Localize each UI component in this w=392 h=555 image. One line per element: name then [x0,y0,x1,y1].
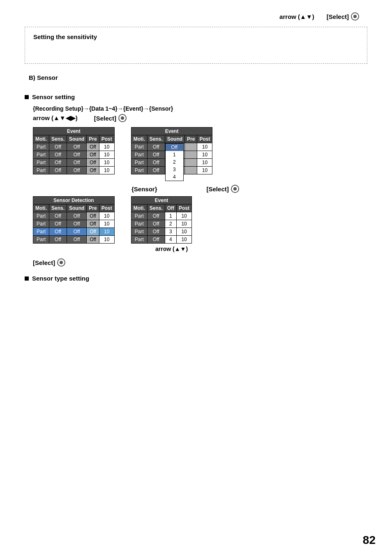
tables-section-2: Sensor Detection Moti. Sens. Sound Pre P… [33,196,367,254]
select-circle-icon-bottom [57,258,65,267]
table-row: Part Off Off Off 10 [33,236,115,244]
col-post3: Post [99,204,114,212]
sensor-label: {Sensor} [131,186,157,193]
col-moti: Moti. [33,135,49,143]
sensor-type-label: Sensor type setting [32,275,89,282]
col-sens: Sens. [49,135,67,143]
dropdown-item-3[interactable]: 3 [166,166,183,173]
table2-wrapper: Event Moti. Sens. Sound Pre Post Part Of… [131,127,213,174]
table-row: Part Off Off Off 10 [33,159,115,167]
col-moti4: Moti. [131,204,147,212]
table-row: Part Off Off Off 10 [33,167,115,174]
table2: Event Moti. Sens. Sound Pre Post Part Of… [131,127,213,174]
sensor-type-heading: Sensor type setting [25,275,367,282]
col-sens4: Sens. [147,204,165,212]
table-row: Part Off 3 10 [131,228,191,236]
table4-wrapper: Event Moti. Sens. Off Post Part Off 1 10 [131,196,192,254]
select-label: [Select] [94,114,127,122]
table1-header: Event [33,128,115,135]
table3: Sensor Detection Moti. Sens. Sound Pre P… [33,196,115,244]
dropdown-item-off[interactable]: Off [166,144,183,151]
col-pre2: Pre [185,135,197,143]
col-pre3: Pre [87,204,99,212]
table4-header: Event [131,197,191,204]
dropdown-item-2[interactable]: 2 [166,158,183,166]
table-row: Part Off Off Off 10 [33,220,115,228]
sensor-type-section: Sensor type setting [25,275,367,282]
top-select-label: [Select] [327,12,359,21]
bullet-icon-2 [25,276,29,281]
top-arrow-label: arrow (▲▼) [279,13,314,20]
table-row: Part Off Off Off 10 [33,151,115,159]
table-row: Part Off Off Off 10 [33,228,115,236]
sensor-setting-label: Sensor setting [32,93,75,100]
arrow-bottom-label: arrow (▲▼) [131,246,188,252]
select-label-2: [Select] [207,185,239,193]
section-b-label: B) Sensor [29,74,367,81]
col-sound: Sound [67,135,87,143]
bullet-icon [25,95,29,99]
top-header: arrow (▲▼) [Select] [25,8,367,25]
select-icon [351,12,359,21]
col-moti2: Moti. [131,135,147,143]
table-row: Part Off 1 10 [131,212,191,220]
mid-labels-row: {Sensor} [Select] [33,185,367,193]
table3-header: Sensor Detection [33,197,115,204]
table1-wrapper: Event Moti. Sens. Sound Pre Post Part Of… [33,127,115,174]
controls-row: arrow (▲▼◀▶) [Select] [33,114,367,122]
table-row: Part Off Off 1 2 3 4 [131,143,212,151]
table-row: Part Off 4 10 [131,236,191,244]
sensor-setting-heading: Sensor setting [25,93,367,100]
table4: Event Moti. Sens. Off Post Part Off 1 10 [131,196,192,244]
col-sound3: Sound [67,204,87,212]
page-number: 82 [363,534,376,547]
sensitivity-title: Setting the sensitivity [33,33,359,40]
dropdown-item-4[interactable]: 4 [166,173,183,181]
col-post: Post [99,135,114,143]
table-row: Part Off 2 10 [131,220,191,228]
select-circle-icon [118,114,127,122]
table-row: Part Off Off Off 10 [33,143,115,151]
col-sens2: Sens. [147,135,165,143]
table1: Event Moti. Sens. Sound Pre Post Part Of… [33,127,115,174]
dropdown-item-1[interactable]: 1 [166,151,183,158]
select-bottom-label: [Select] [33,258,65,267]
col-moti3: Moti. [33,204,49,212]
select-circle-icon-2 [231,185,239,193]
col-sound2: Sound [165,135,184,143]
col-sens3: Sens. [49,204,67,212]
arrow-label: arrow (▲▼◀▶) [33,114,78,122]
col-pre: Pre [87,135,99,143]
tables-section-1: Event Moti. Sens. Sound Pre Post Part Of… [33,127,367,174]
select-bottom-row: [Select] [33,258,367,267]
col-post4: Post [177,204,192,212]
dropdown-overlay[interactable]: Off 1 2 3 4 [165,143,184,181]
col-post2: Post [197,135,212,143]
table3-wrapper: Sensor Detection Moti. Sens. Sound Pre P… [33,196,115,244]
col-off4: Off [165,204,176,212]
table-row: Part Off Off Off 10 [33,212,115,220]
table2-header: Event [131,128,212,135]
path-text: {Recording Setup}→{Data 1~4}→{Event}→{Se… [33,105,367,112]
sensitivity-box: Setting the sensitivity [25,27,367,64]
